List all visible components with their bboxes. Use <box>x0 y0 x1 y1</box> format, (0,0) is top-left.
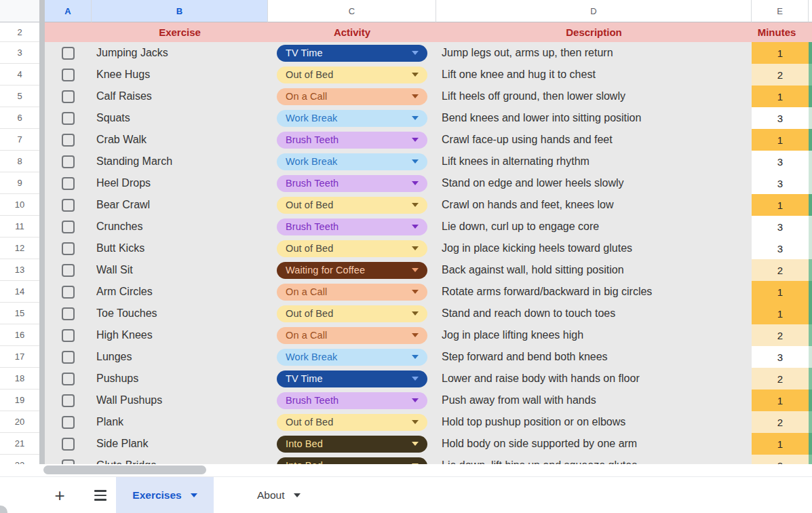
add-sheet-button[interactable]: + <box>49 477 71 513</box>
sheet-tab-exercises[interactable]: Exercises <box>116 477 214 513</box>
minutes-cell[interactable]: 1 <box>752 433 809 455</box>
minutes-cell[interactable]: 2 <box>752 324 809 346</box>
activity-chip[interactable]: On a Call <box>277 88 427 105</box>
description-cell[interactable]: Stand and reach down to touch toes <box>436 303 752 324</box>
activity-chip[interactable]: Brush Teeth <box>277 392 427 409</box>
checkbox[interactable] <box>62 177 75 190</box>
activity-chip[interactable]: TV Time <box>277 370 427 387</box>
description-cell[interactable]: Push away from wall with hands <box>436 390 752 411</box>
sheet-tab-about[interactable]: About <box>214 477 329 513</box>
exercise-cell[interactable]: Plank <box>92 411 268 433</box>
exercise-cell[interactable]: Crunches <box>92 216 268 238</box>
minutes-cell[interactable]: 3 <box>752 107 809 129</box>
exercise-cell[interactable]: Standing March <box>92 151 268 172</box>
checkbox[interactable] <box>62 112 75 125</box>
description-cell[interactable]: Stand on edge and lower heels slowly <box>436 172 752 194</box>
row-number[interactable]: 15 <box>0 303 39 324</box>
exercise-cell[interactable]: Squats <box>92 107 268 129</box>
activity-chip[interactable]: On a Call <box>277 284 427 301</box>
description-header-cell[interactable]: Description <box>436 22 752 42</box>
column-header-a[interactable]: A <box>45 0 92 22</box>
row-number[interactable]: 10 <box>0 194 39 216</box>
exercise-cell[interactable]: Wall Sit <box>92 259 268 281</box>
horizontal-scrollbar[interactable] <box>43 466 206 474</box>
minutes-cell[interactable]: 3 <box>752 151 809 172</box>
exercise-cell[interactable]: Bear Crawl <box>92 194 268 216</box>
description-cell[interactable]: Jog in place kicking heels toward glutes <box>436 238 752 259</box>
activity-chip[interactable]: Brush Teeth <box>277 175 427 192</box>
activity-chip[interactable]: Out of Bed <box>277 240 427 257</box>
minutes-cell[interactable]: 1 <box>752 129 809 151</box>
description-cell[interactable]: Rotate arms forward/backward in big circ… <box>436 281 752 303</box>
checkbox[interactable] <box>62 155 75 168</box>
checkbox[interactable] <box>62 373 75 385</box>
description-cell[interactable]: Crawl face-up using hands and feet <box>436 129 752 151</box>
description-cell[interactable]: Back against wall, hold sitting position <box>436 259 752 281</box>
row-number[interactable]: 11 <box>0 216 39 238</box>
exercise-cell[interactable]: Wall Pushups <box>92 390 268 411</box>
minutes-cell[interactable]: 3 <box>752 238 809 259</box>
row-number[interactable]: 6 <box>0 107 39 129</box>
row-number[interactable]: 22 <box>0 455 39 464</box>
activity-chip[interactable]: Work Break <box>277 153 427 170</box>
description-cell[interactable]: Lift one knee and hug it to chest <box>436 64 752 86</box>
description-cell[interactable]: Lift knees in alternating rhythm <box>436 151 752 172</box>
checkbox[interactable] <box>62 264 75 277</box>
activity-chip[interactable]: Into Bed <box>277 457 427 465</box>
checkbox[interactable] <box>62 459 75 465</box>
minutes-cell[interactable]: 1 <box>752 86 809 107</box>
activity-chip[interactable]: Out of Bed <box>277 305 427 322</box>
description-cell[interactable]: Lower and raise body with hands on floor <box>436 368 752 390</box>
minutes-cell[interactable]: 1 <box>752 42 809 64</box>
checkbox[interactable] <box>62 438 75 451</box>
row-number[interactable]: 16 <box>0 324 39 346</box>
description-cell[interactable]: Step forward and bend both knees <box>436 346 752 368</box>
exercise-cell[interactable]: Calf Raises <box>92 86 268 107</box>
minutes-cell[interactable]: 2 <box>752 411 809 433</box>
column-header-b[interactable]: B <box>92 0 268 22</box>
row-number[interactable]: 8 <box>0 151 39 172</box>
minutes-cell[interactable]: 1 <box>752 281 809 303</box>
minutes-cell[interactable]: 1 <box>752 194 809 216</box>
description-cell[interactable]: Lift heels off ground, then lower slowly <box>436 86 752 107</box>
description-cell[interactable]: Jog in place lifting knees high <box>436 324 752 346</box>
select-all-corner[interactable] <box>0 0 39 22</box>
minutes-header-cell[interactable]: Minutes <box>748 22 809 42</box>
exercise-cell[interactable]: Knee Hugs <box>92 64 268 86</box>
activity-chip[interactable]: Waiting for Coffee <box>277 262 427 279</box>
exercise-cell[interactable]: Arm Circles <box>92 281 268 303</box>
checkbox[interactable] <box>62 90 75 103</box>
checkbox[interactable] <box>62 416 75 429</box>
activity-chip[interactable]: Brush Teeth <box>277 132 427 149</box>
column-header-d[interactable]: D <box>436 0 752 22</box>
checkbox[interactable] <box>62 394 75 407</box>
checkbox[interactable] <box>62 351 75 364</box>
row-number[interactable]: 4 <box>0 64 39 86</box>
exercise-cell[interactable]: Lunges <box>92 346 268 368</box>
exercise-cell[interactable]: Side Plank <box>92 433 268 455</box>
exercise-cell[interactable]: Crab Walk <box>92 129 268 151</box>
checkbox[interactable] <box>62 134 75 147</box>
exercise-cell[interactable]: High Knees <box>92 324 268 346</box>
exercise-cell[interactable]: Toe Touches <box>92 303 268 324</box>
minutes-cell[interactable]: 1 <box>752 303 809 324</box>
all-sheets-menu-button[interactable] <box>90 477 111 513</box>
activity-chip[interactable]: Work Break <box>277 110 427 127</box>
description-cell[interactable]: Jump legs out, arms up, then return <box>436 42 752 64</box>
row-number[interactable]: 14 <box>0 281 39 303</box>
row-number[interactable]: 21 <box>0 433 39 455</box>
column-header-c[interactable]: C <box>268 0 436 22</box>
row-number[interactable]: 12 <box>0 238 39 259</box>
activity-chip[interactable]: TV Time <box>277 45 427 62</box>
exercise-cell[interactable]: Butt Kicks <box>92 238 268 259</box>
description-cell[interactable]: Hold top pushup position or on elbows <box>436 411 752 433</box>
exercise-cell[interactable]: Glute Bridge <box>92 455 268 464</box>
row-number[interactable]: 7 <box>0 129 39 151</box>
checkbox[interactable] <box>62 47 75 60</box>
minutes-cell[interactable]: 2 <box>752 259 809 281</box>
activity-chip[interactable]: On a Call <box>277 327 427 344</box>
minutes-cell[interactable]: 2 <box>752 64 809 86</box>
minutes-cell[interactable]: 2 <box>752 455 809 464</box>
row-header-2[interactable]: 2 <box>0 22 39 42</box>
exercise-cell[interactable]: Heel Drops <box>92 172 268 194</box>
